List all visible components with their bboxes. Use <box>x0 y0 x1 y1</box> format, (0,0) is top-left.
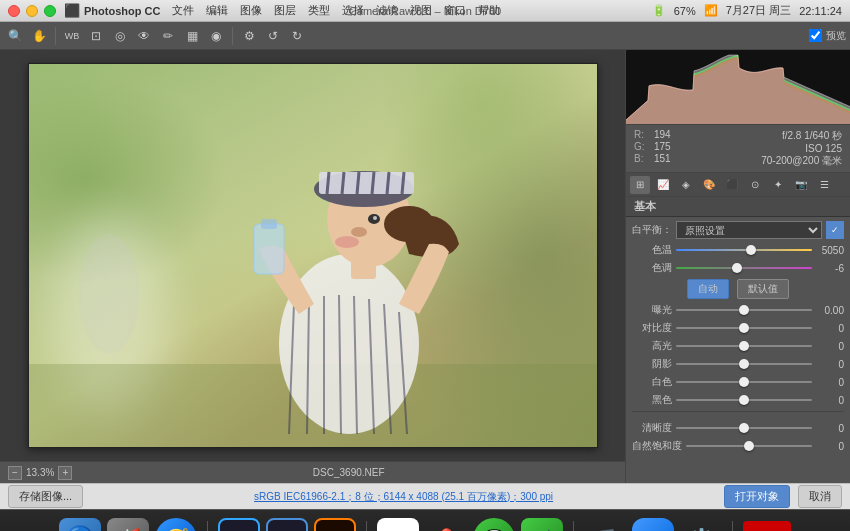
hsl-icon[interactable]: 🎨 <box>699 176 719 194</box>
dock-illustrator[interactable]: Ai <box>314 518 356 532</box>
tint-slider[interactable] <box>676 261 812 275</box>
menu-image[interactable]: 图像 <box>240 3 262 18</box>
dock-music[interactable]: 🎵 <box>584 518 626 532</box>
photo-canvas <box>28 63 598 448</box>
clarity-slider[interactable] <box>676 421 812 435</box>
whites-thumb[interactable] <box>739 377 749 387</box>
dock-ps-brand[interactable]: PS <box>743 521 791 532</box>
shadows-slider[interactable] <box>676 357 812 371</box>
rotate-ccw[interactable]: ↺ <box>262 25 284 47</box>
file-info-link[interactable]: sRGB IEC61966-2.1；8 位；6144 x 4088 (25.1 … <box>254 491 553 502</box>
basic-tab-icon[interactable]: ⊞ <box>630 176 650 194</box>
clarity-thumb[interactable] <box>739 423 749 433</box>
radial-filter[interactable]: ◉ <box>205 25 227 47</box>
blacks-thumb[interactable] <box>739 395 749 405</box>
highlights-slider[interactable] <box>676 339 812 353</box>
dock-separator-3 <box>573 521 574 532</box>
temp-slider[interactable] <box>676 243 812 257</box>
whites-row: 白色 0 <box>632 375 844 389</box>
dock-photoshop[interactable]: Ps <box>218 518 260 532</box>
temp-thumb[interactable] <box>746 245 756 255</box>
fx-icon[interactable]: ✦ <box>768 176 788 194</box>
zoom-out-button[interactable]: − <box>8 466 22 480</box>
g-label: G: <box>634 141 650 152</box>
wb-tool[interactable]: WB <box>61 25 83 47</box>
red-eye-tool[interactable]: 👁 <box>133 25 155 47</box>
default-button[interactable]: 默认值 <box>737 279 789 299</box>
minimize-button[interactable] <box>26 5 38 17</box>
split-tone-icon[interactable]: ⬛ <box>722 176 742 194</box>
contrast-thumb[interactable] <box>739 323 749 333</box>
shadows-thumb[interactable] <box>739 359 749 369</box>
contrast-track <box>676 327 812 329</box>
wb-row: 白平衡： 原照设置 ✓ <box>632 221 844 239</box>
tone-curve-icon[interactable]: 📈 <box>653 176 673 194</box>
svg-line-16 <box>342 172 344 194</box>
contrast-value: 0 <box>816 323 844 334</box>
dock-messages[interactable]: 💬 <box>473 518 515 532</box>
dock-calendar[interactable]: 7月 27 <box>377 518 419 532</box>
pref-tool[interactable]: ⚙ <box>238 25 260 47</box>
rotate-cw[interactable]: ↻ <box>286 25 308 47</box>
highlights-value: 0 <box>816 341 844 352</box>
wb-picker-button[interactable]: ✓ <box>826 221 844 239</box>
exposure-slider[interactable] <box>676 303 812 317</box>
camera-calib-icon[interactable]: 📷 <box>791 176 811 194</box>
preview-checkbox[interactable] <box>809 29 822 42</box>
close-button[interactable] <box>8 5 20 17</box>
dock-safari[interactable]: 🧭 <box>155 518 197 532</box>
blacks-slider[interactable] <box>676 393 812 407</box>
contrast-label: 对比度 <box>632 321 672 335</box>
svg-point-0 <box>79 234 139 354</box>
highlights-row: 高光 0 <box>632 339 844 353</box>
grad-filter[interactable]: ▦ <box>181 25 203 47</box>
tint-value: -6 <box>816 263 844 274</box>
zoom-in-button[interactable]: + <box>58 466 72 480</box>
canvas-area: − 13.3% + DSC_3690.NEF <box>0 50 625 483</box>
detail-icon[interactable]: ◈ <box>676 176 696 194</box>
wb-select[interactable]: 原照设置 <box>676 221 822 239</box>
vibrance-thumb[interactable] <box>744 441 754 451</box>
menu-layer[interactable]: 图层 <box>274 3 296 18</box>
crop-tool[interactable]: ⊡ <box>85 25 107 47</box>
divider <box>632 411 844 417</box>
dock-lightroom[interactable]: Lr <box>266 518 308 532</box>
dock-finder[interactable]: 🔵 <box>59 518 101 532</box>
menu-edit[interactable]: 编辑 <box>206 3 228 18</box>
adj-brush[interactable]: ✏ <box>157 25 179 47</box>
menu-file[interactable]: 文件 <box>172 3 194 18</box>
retouch-tool[interactable]: ◎ <box>109 25 131 47</box>
canvas-wrapper[interactable] <box>0 50 625 461</box>
window-title: Camera Raw 8.0 – Nikon D700 <box>349 5 501 17</box>
dock-facetime[interactable]: 📹 <box>521 518 563 532</box>
presets-icon[interactable]: ☰ <box>814 176 834 194</box>
cancel-button[interactable]: 取消 <box>798 485 842 508</box>
toolbar-separator <box>55 27 56 45</box>
svg-rect-14 <box>319 172 414 194</box>
auto-button[interactable]: 自动 <box>687 279 729 299</box>
dock-appstore[interactable]: A <box>632 518 674 532</box>
svg-line-15 <box>327 172 329 194</box>
vibrance-slider[interactable] <box>686 439 812 453</box>
dock-maps[interactable]: 📍 <box>425 518 467 532</box>
shadows-row: 阴影 0 <box>632 357 844 371</box>
contrast-slider[interactable] <box>676 321 812 335</box>
highlights-thumb[interactable] <box>739 341 749 351</box>
menu-type[interactable]: 类型 <box>308 3 330 18</box>
svg-point-23 <box>351 227 367 237</box>
open-object-button[interactable]: 打开对象 <box>724 485 790 508</box>
vibrance-track <box>686 445 812 447</box>
whites-slider[interactable] <box>676 375 812 389</box>
dock-systemprefs[interactable]: ⚙️ <box>680 518 722 532</box>
maximize-button[interactable] <box>44 5 56 17</box>
dock-launchpad[interactable]: 🚀 <box>107 518 149 532</box>
title-bar: ⬛ Photoshop CC 文件 编辑 图像 图层 类型 选择 滤镜 视图 窗… <box>0 0 850 22</box>
tint-thumb[interactable] <box>732 263 742 273</box>
lens-correction-icon[interactable]: ⊙ <box>745 176 765 194</box>
zoom-tool[interactable]: 🔍 <box>4 25 26 47</box>
save-image-button[interactable]: 存储图像... <box>8 485 83 508</box>
exposure-thumb[interactable] <box>739 305 749 315</box>
b-label: B: <box>634 153 650 164</box>
hand-tool[interactable]: ✋ <box>28 25 50 47</box>
whites-value: 0 <box>816 377 844 388</box>
